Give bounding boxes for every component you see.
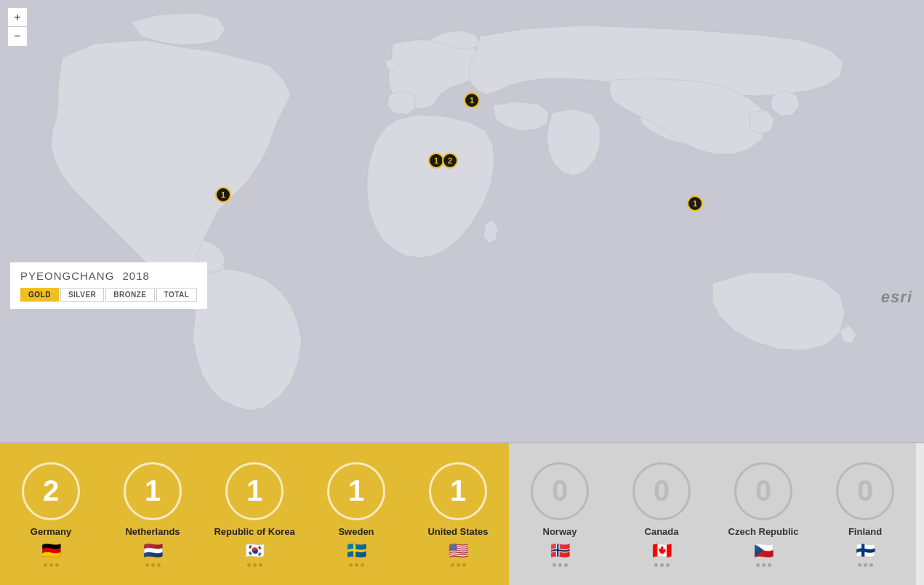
map-pin-usa[interactable]: 1 <box>215 187 231 203</box>
world-map-svg <box>0 0 924 443</box>
map-pin-europe-west2[interactable]: 2 <box>442 153 458 169</box>
dots-row <box>145 563 161 567</box>
dot <box>762 563 766 567</box>
country-name: Netherlands <box>125 526 180 537</box>
zoom-in-button[interactable]: + <box>8 8 27 27</box>
dots-row <box>44 563 59 567</box>
event-year: 2018 <box>123 270 150 282</box>
dots-row <box>451 563 466 567</box>
dot <box>462 563 466 567</box>
dots-row <box>756 563 771 567</box>
map-pin-korea[interactable]: 1 <box>687 195 703 211</box>
dots-row <box>349 563 364 567</box>
dots-row <box>654 563 670 567</box>
tab-total[interactable]: TOTAL <box>156 288 198 302</box>
legend-title: PYEONGCHANG 2018 <box>20 270 197 282</box>
dots-row <box>858 563 873 567</box>
legend-tabs: GOLD SILVER BRONZE TOTAL <box>20 288 197 302</box>
country-card[interactable]: 1Republic of Korea🇰🇷 <box>204 443 305 585</box>
medal-circle: 0 <box>836 462 894 520</box>
separator <box>0 442 924 443</box>
dot <box>349 563 353 567</box>
dot <box>145 563 149 567</box>
medal-circle: 2 <box>22 462 80 520</box>
dot <box>355 563 358 567</box>
dot <box>259 563 262 567</box>
medal-circle: 1 <box>124 462 182 520</box>
country-name: Finland <box>848 526 882 537</box>
medal-circle: 1 <box>225 462 284 520</box>
dot <box>864 563 867 567</box>
tab-gold[interactable]: GOLD <box>20 288 59 302</box>
country-name: United States <box>427 526 488 537</box>
dot <box>564 563 568 567</box>
dot <box>253 563 257 567</box>
medal-circle: 0 <box>531 462 589 520</box>
country-card[interactable]: 0Canada🇨🇦 <box>611 443 712 585</box>
country-flag: 🇨🇿 <box>754 541 774 560</box>
country-card[interactable]: 1Sweden🇸🇪 <box>305 443 407 585</box>
dot <box>654 563 658 567</box>
pin-count-usa: 1 <box>221 190 225 199</box>
map-container: 1 1 1 2 1 + − PYEONGCHANG 2018 GOLD SILV… <box>0 0 924 443</box>
dot <box>768 563 771 567</box>
country-flag: 🇫🇮 <box>856 541 875 560</box>
medal-circle: 1 <box>327 462 385 520</box>
legend-box: PYEONGCHANG 2018 GOLD SILVER BRONZE TOTA… <box>10 262 207 309</box>
country-flag: 🇳🇴 <box>550 541 570 560</box>
country-name: Germany <box>31 526 71 537</box>
zoom-out-button[interactable]: − <box>8 27 27 46</box>
dot <box>49 563 53 567</box>
country-card[interactable]: 1Netherlands🇳🇱 <box>102 443 204 585</box>
country-flag: 🇺🇸 <box>449 541 468 560</box>
dot <box>247 563 251 567</box>
dot <box>55 563 59 567</box>
country-flag: 🇨🇦 <box>652 541 672 560</box>
dots-row <box>553 563 568 567</box>
zoom-controls: + − <box>7 7 26 47</box>
tab-silver[interactable]: SILVER <box>60 288 104 302</box>
map-pin-scandinavia[interactable]: 1 <box>464 92 480 108</box>
country-name: Czech Republic <box>728 526 799 537</box>
dot <box>44 563 47 567</box>
esri-brand: esri <box>881 288 912 307</box>
dot <box>660 563 664 567</box>
dot <box>558 563 562 567</box>
dot <box>553 563 556 567</box>
country-card[interactable]: 0Finland🇫🇮 <box>814 443 916 585</box>
pin-count-europe-west2: 2 <box>448 156 452 165</box>
dot <box>666 563 670 567</box>
medal-circle: 1 <box>429 462 487 520</box>
country-flag: 🇸🇪 <box>347 541 366 560</box>
country-card[interactable]: 0Norway🇳🇴 <box>509 443 611 585</box>
medal-circle: 0 <box>632 462 691 520</box>
pin-count-scandinavia: 1 <box>470 96 474 105</box>
dot <box>756 563 760 567</box>
event-name: PYEONGCHANG <box>20 270 114 282</box>
country-name: Republic of Korea <box>214 526 294 537</box>
dot <box>869 563 873 567</box>
dot <box>457 563 460 567</box>
dot <box>361 563 364 567</box>
cards-row: 2Germany🇩🇪1Netherlands🇳🇱1Republic of Kor… <box>0 443 924 585</box>
dot <box>151 563 155 567</box>
dot <box>451 563 454 567</box>
pin-count-korea: 1 <box>693 199 697 208</box>
country-flag: 🇰🇷 <box>245 541 265 560</box>
country-card[interactable]: 2Germany🇩🇪 <box>0 443 102 585</box>
country-name: Sweden <box>338 526 374 537</box>
country-card[interactable]: 1United States🇺🇸 <box>407 443 509 585</box>
medal-circle: 0 <box>734 462 792 520</box>
dot <box>858 563 861 567</box>
country-name: Norway <box>543 526 577 537</box>
dot <box>157 563 161 567</box>
country-flag: 🇳🇱 <box>143 541 163 560</box>
dots-row <box>247 563 262 567</box>
country-card[interactable]: 0Czech Republic🇨🇿 <box>712 443 814 585</box>
country-name: Canada <box>645 526 679 537</box>
tab-bronze[interactable]: BRONZE <box>105 288 154 302</box>
country-flag: 🇩🇪 <box>41 541 61 560</box>
pin-count-europe-west1: 1 <box>434 156 438 165</box>
